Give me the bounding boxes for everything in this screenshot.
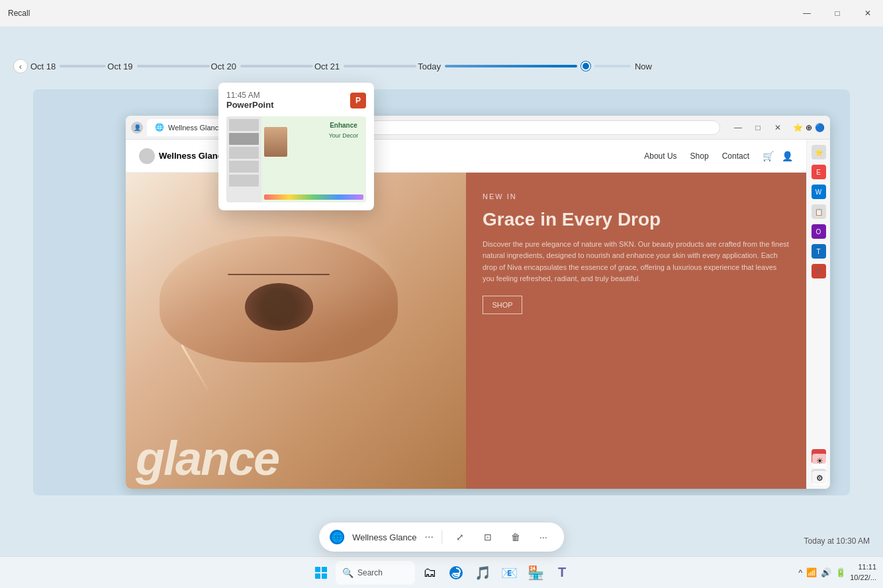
settings-icon[interactable]: ⚙ [812, 471, 827, 485]
browser-avatar: 👤 [131, 122, 143, 134]
timeline-label-oct21: Oct 21 [314, 62, 340, 71]
recall-app-icon: 🌐 [330, 530, 344, 544]
brightness-icon[interactable]: ☀ [812, 454, 827, 468]
taskbar-mail-icon[interactable]: 📧 [497, 561, 521, 585]
browser-tab-favicon: 🌐 [155, 123, 164, 132]
wellness-hero-bg: glance [126, 173, 466, 489]
maximize-button[interactable]: □ [822, 0, 853, 26]
ppt-app-icon: P [350, 93, 366, 108]
wellness-hero: glance NEW IN Grace in Every Drop Discov… [126, 173, 806, 489]
ppt-time: 11:45 AM [226, 91, 274, 100]
tray-datetime[interactable]: 11:11 10/22/... [850, 562, 876, 583]
wellness-nav-shop[interactable]: Shop [690, 151, 709, 161]
tray-date-display: 10/22/... [850, 572, 876, 583]
ppt-thumbnail[interactable]: Enhance Your Decor [226, 116, 366, 202]
timeline-today: Today [418, 62, 631, 71]
wellness-hero-left: glance [126, 173, 466, 489]
svg-rect-1 [322, 567, 327, 572]
browser-window-controls: — □ ✕ [729, 121, 786, 134]
edge-icon: 🌐 [332, 532, 343, 542]
timeline-track-after[interactable] [594, 65, 631, 67]
timeline-label-oct18: Oct 18 [30, 62, 56, 71]
recall-divider [442, 530, 442, 544]
wellness-nav-contact[interactable]: Contact [722, 151, 749, 161]
wellness-nav-about[interactable]: About Us [644, 151, 676, 161]
ppt-info: 11:45 AM PowerPoint [226, 91, 274, 110]
taskbar-search-button[interactable]: 🔍 Search [336, 561, 415, 585]
slide-mini-5 [229, 175, 259, 187]
taskbar-search-label: Search [357, 568, 383, 577]
tray-battery-icon[interactable]: 🔋 [835, 567, 846, 577]
main-screenshot-area: 👤 🌐 Wellness Glance ✕ 🔒 https://wellness… [33, 89, 850, 495]
timeline-track-oct18[interactable] [60, 65, 106, 67]
wellness-glance-overlay: glance [126, 428, 466, 489]
wellness-body-text: Discover the pure elegance of nature wit… [483, 239, 790, 285]
system-tray: ^ 📶 🔊 🔋 11:11 10/22/... [792, 556, 883, 588]
taskbar-music-icon[interactable]: 🎵 [471, 561, 494, 585]
sidebar-icon-4[interactable]: 📋 [812, 204, 826, 219]
wellness-hero-right: NEW IN Grace in Every Drop Discover the … [466, 173, 806, 489]
timeline-prev-arrow[interactable]: ‹ [13, 59, 28, 73]
taskbar-search-icon: 🔍 [342, 567, 353, 578]
taskbar-start-button[interactable] [309, 561, 333, 585]
taskbar-files-icon[interactable]: 🗂 [418, 561, 442, 585]
tray-chevron[interactable]: ^ [798, 567, 802, 577]
ppt-slide-subtitle: Your Decor [326, 132, 361, 139]
wellness-glance-text: glance [136, 435, 456, 482]
slide-mini-2 [229, 133, 259, 145]
recall-copy-button[interactable]: ⊡ [478, 527, 498, 547]
browser-sidebar: ⭐ E W 📋 O T O 🔴 ⊕ [806, 140, 830, 489]
cart-icon[interactable]: 🛒 [763, 151, 774, 161]
tray-sound-icon[interactable]: 🔊 [821, 567, 831, 577]
timeline-label-oct20: Oct 20 [211, 62, 236, 71]
timeline-oct20: Oct 20 [211, 62, 313, 71]
timeline-track-oct21[interactable] [344, 65, 416, 67]
recall-delete-button[interactable]: 🗑 [506, 527, 526, 547]
timeline-oct18: Oct 18 [30, 62, 106, 71]
ppt-text-area: Enhance Your Decor [326, 122, 361, 139]
browser-toolbar-icon-edge[interactable]: 🔵 [815, 123, 825, 132]
minimize-button[interactable]: — [792, 0, 822, 26]
ppt-slide-title: Enhance [326, 122, 361, 130]
sidebar-icon-5[interactable]: O [812, 224, 826, 239]
taskbar-store-icon[interactable]: 🏪 [524, 561, 547, 585]
tray-network-icon[interactable]: 📶 [806, 567, 817, 577]
timeline-track-today[interactable] [445, 65, 577, 67]
timeline-label-oct19: Oct 19 [107, 62, 132, 71]
close-button[interactable]: ✕ [853, 0, 883, 26]
taskbar-edge-icon[interactable] [444, 561, 468, 585]
wellness-avatar-icon [139, 148, 155, 164]
timeline-track-oct20[interactable] [240, 65, 313, 67]
browser-toolbar-icon-2[interactable]: ⊕ [806, 123, 812, 132]
ppt-image [264, 127, 287, 157]
sidebar-icon-6[interactable]: T [812, 244, 826, 259]
wellness-shop-button[interactable]: SHOP [483, 296, 522, 314]
slide-mini-3 [229, 147, 259, 159]
user-icon[interactable]: 👤 [782, 151, 793, 161]
ppt-header: 11:45 AM PowerPoint P [226, 91, 366, 110]
recall-more-button[interactable]: ··· [534, 527, 553, 547]
sidebar-icon-7[interactable]: O [812, 264, 826, 278]
timeline-track-oct19[interactable] [137, 65, 210, 67]
sidebar-icon-1[interactable]: ⭐ [812, 145, 826, 159]
svg-rect-3 [322, 573, 327, 579]
timeline-bar: ‹ Oct 18 Oct 19 Oct 20 Oct 21 Today Now [0, 53, 883, 79]
wellness-nav: About Us Shop Contact [644, 151, 749, 161]
ppt-main-area: Enhance Your Decor [261, 116, 366, 202]
taskbar: 🔍 Search 🗂 🎵 📧 🏪 T ^ 📶 🔊 🔋 11:11 10/22/.… [0, 556, 883, 588]
wellness-logo: Wellness Glance [139, 148, 227, 164]
svg-rect-0 [315, 567, 320, 572]
timeline-label-today: Today [418, 62, 441, 71]
ppt-app-name: PowerPoint [226, 100, 274, 110]
sidebar-icon-3[interactable]: W [812, 185, 826, 199]
browser-toolbar-icon-1[interactable]: ⭐ [793, 123, 803, 132]
recall-timestamp: Today at 10:30 AM [804, 536, 870, 546]
browser-close[interactable]: ✕ [769, 121, 786, 134]
recall-expand-button[interactable]: ⤢ [450, 527, 470, 547]
browser-maximize[interactable]: □ [749, 121, 767, 134]
browser-minimize[interactable]: — [729, 121, 747, 134]
recall-app-menu-dots[interactable]: ··· [424, 531, 433, 543]
ppt-colorbar [264, 194, 363, 200]
sidebar-icon-2[interactable]: E [812, 165, 826, 179]
taskbar-teams-icon[interactable]: T [550, 561, 574, 585]
